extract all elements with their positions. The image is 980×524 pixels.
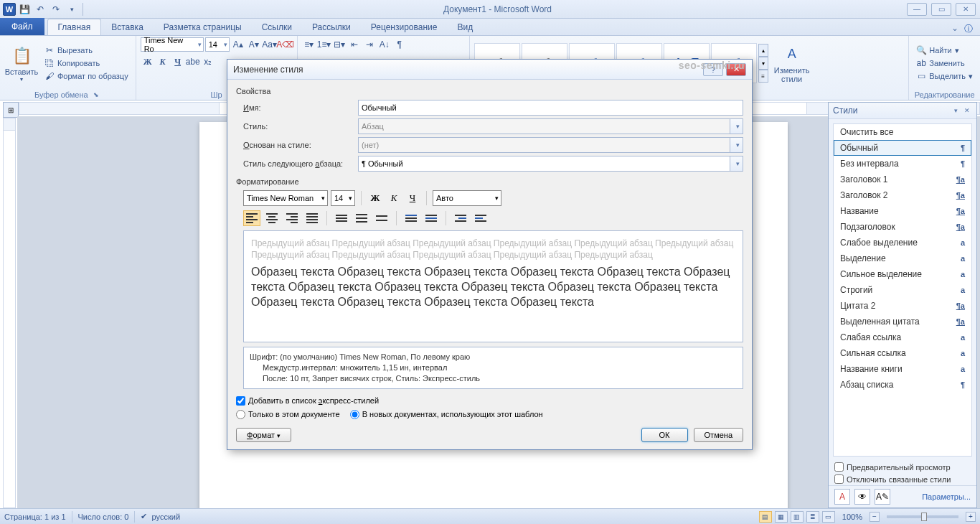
format-dropdown-button[interactable]: Формат bbox=[236, 428, 291, 442]
dlg-font-size[interactable]: 14 bbox=[331, 190, 355, 206]
style-item[interactable]: Без интервала¶ bbox=[834, 156, 971, 172]
template-radio-row[interactable]: В новых документах, использующих этот ша… bbox=[350, 410, 543, 419]
styles-list[interactable]: Очистить все Обычный¶Без интервала¶Загол… bbox=[833, 123, 972, 457]
bullets-icon[interactable]: ≡▾ bbox=[302, 37, 316, 52]
zoom-slider[interactable] bbox=[887, 515, 958, 518]
dlg-color-select[interactable]: Авто bbox=[433, 190, 501, 206]
word-count-status[interactable]: Число слов: 0 bbox=[78, 513, 129, 521]
style-item[interactable]: Обычный¶ bbox=[834, 140, 971, 156]
grow-font-icon[interactable]: A▴ bbox=[231, 37, 245, 52]
word-app-icon[interactable]: W bbox=[3, 3, 16, 16]
gallery-down-icon[interactable]: ▾ bbox=[758, 57, 768, 70]
style-item[interactable]: Выделенная цитата¶a bbox=[834, 314, 971, 329]
indent-inc-button[interactable] bbox=[472, 210, 489, 226]
tab-layout[interactable]: Разметка страницы bbox=[154, 19, 252, 35]
sort-icon[interactable]: A↓ bbox=[377, 37, 392, 52]
tab-home[interactable]: Главная bbox=[47, 19, 102, 35]
style-item[interactable]: Выделениеa bbox=[834, 251, 971, 266]
language-status[interactable]: русский bbox=[152, 513, 180, 521]
shrink-font-icon[interactable]: A▾ bbox=[247, 37, 261, 52]
style-item[interactable]: Заголовок 2¶a bbox=[834, 187, 971, 203]
ruler-toggle-icon[interactable]: ⊞ bbox=[3, 102, 19, 118]
style-item[interactable]: Сильное выделениеa bbox=[834, 266, 971, 282]
style-item[interactable]: Сильная ссылкаa bbox=[834, 345, 971, 361]
replace-button[interactable]: abЗаменить bbox=[913, 57, 976, 69]
dlg-bold-button[interactable]: Ж bbox=[367, 190, 383, 206]
linked-checkbox[interactable] bbox=[834, 474, 844, 484]
subscript-icon[interactable]: x₂ bbox=[201, 55, 215, 69]
redo-icon[interactable]: ↷ bbox=[49, 2, 63, 17]
spellcheck-icon[interactable]: ✔ bbox=[141, 512, 147, 521]
align-center-button[interactable] bbox=[263, 210, 281, 226]
pane-close-icon[interactable]: ✕ bbox=[962, 106, 972, 116]
style-item[interactable]: Название¶a bbox=[834, 203, 971, 219]
find-button[interactable]: 🔍Найти ▾ bbox=[913, 45, 976, 56]
select-button[interactable]: ▭Выделить ▾ bbox=[913, 70, 976, 82]
style-inspector-icon[interactable]: 👁 bbox=[854, 489, 870, 505]
basedon-select[interactable]: (нет) bbox=[358, 137, 743, 153]
tab-insert[interactable]: Вставка bbox=[101, 19, 154, 35]
underline-button[interactable]: Ч bbox=[171, 55, 185, 69]
add-quick-check-row[interactable]: Добавить в список экспресс-стилей bbox=[236, 396, 743, 406]
undo-icon[interactable]: ↶ bbox=[33, 2, 47, 17]
style-item[interactable]: Слабая ссылкаa bbox=[834, 329, 971, 345]
dlg-font-name[interactable]: Times New Roman bbox=[243, 190, 328, 206]
style-item[interactable]: Подзаголовок¶a bbox=[834, 219, 971, 235]
style-item[interactable]: Слабое выделениеa bbox=[834, 235, 971, 251]
add-quick-checkbox[interactable] bbox=[236, 396, 245, 406]
align-justify-button[interactable] bbox=[303, 210, 321, 226]
page-status[interactable]: Страница: 1 из 1 bbox=[4, 513, 66, 521]
indent-icon[interactable]: ⇥ bbox=[362, 37, 377, 52]
clear-format-icon[interactable]: A⌫ bbox=[278, 37, 293, 52]
cut-button[interactable]: ✂Вырезать bbox=[42, 45, 131, 56]
style-name-input[interactable] bbox=[358, 100, 743, 116]
showmarks-icon[interactable]: ¶ bbox=[392, 37, 407, 52]
zoom-thumb[interactable] bbox=[921, 513, 927, 521]
copy-button[interactable]: ⿻Копировать bbox=[42, 57, 131, 69]
style-clear-all[interactable]: Очистить все bbox=[834, 124, 971, 140]
gallery-up-icon[interactable]: ▴ bbox=[758, 44, 768, 57]
save-icon[interactable]: 💾 bbox=[17, 2, 32, 17]
style-item[interactable]: Название книгиa bbox=[834, 361, 971, 377]
minimize-button[interactable]: ― bbox=[907, 3, 927, 16]
format-painter-button[interactable]: 🖌Формат по образцу bbox=[42, 70, 131, 82]
style-item[interactable]: Цитата 2¶a bbox=[834, 298, 971, 314]
align-right-button[interactable] bbox=[283, 210, 301, 226]
align-left-button[interactable] bbox=[243, 210, 260, 226]
font-name-combo[interactable]: Times New Ro bbox=[141, 37, 204, 52]
restore-button[interactable]: ▭ bbox=[931, 3, 951, 16]
multilevel-icon[interactable]: ⊟▾ bbox=[332, 37, 347, 52]
bold-button[interactable]: Ж bbox=[141, 55, 155, 69]
pane-dropdown-icon[interactable]: ▾ bbox=[951, 106, 961, 116]
space-before-dec-button[interactable] bbox=[423, 210, 440, 226]
cancel-button[interactable]: Отмена bbox=[694, 428, 743, 442]
tab-file[interactable]: Файл bbox=[0, 18, 44, 35]
tab-view[interactable]: Вид bbox=[447, 19, 483, 35]
strike-icon[interactable]: abe bbox=[186, 55, 200, 69]
indent-dec-button[interactable] bbox=[452, 210, 469, 226]
spacing-15-button[interactable] bbox=[353, 210, 370, 226]
zoom-label[interactable]: 100% bbox=[842, 513, 862, 521]
style-item[interactable]: Строгийa bbox=[834, 282, 971, 298]
close-window-button[interactable]: ✕ bbox=[956, 3, 976, 16]
ribbon-minimize-icon[interactable]: ⌄ bbox=[951, 23, 958, 35]
qat-customize-icon[interactable]: ▾ bbox=[65, 2, 79, 17]
view-draft-icon[interactable]: ▭ bbox=[822, 511, 835, 523]
manage-styles-icon[interactable]: A✎ bbox=[875, 489, 890, 505]
preview-checkbox-row[interactable]: Предварительный просмотр bbox=[829, 461, 976, 473]
style-item[interactable]: Заголовок 1¶a bbox=[834, 172, 971, 187]
vertical-ruler[interactable] bbox=[3, 118, 16, 508]
styles-pane-title-bar[interactable]: Стили ▾ ✕ bbox=[829, 103, 976, 119]
space-before-inc-button[interactable] bbox=[402, 210, 420, 226]
tab-review[interactable]: Рецензирование bbox=[361, 19, 448, 35]
clipboard-launcher-icon[interactable]: ⬊ bbox=[91, 90, 101, 99]
change-case-icon[interactable]: Aa▾ bbox=[263, 37, 277, 52]
view-outline-icon[interactable]: ≣ bbox=[806, 511, 819, 523]
spacing-1-button[interactable] bbox=[333, 210, 350, 226]
template-radio[interactable] bbox=[350, 410, 359, 419]
tab-references[interactable]: Ссылки bbox=[252, 19, 302, 35]
dlg-italic-button[interactable]: К bbox=[386, 190, 402, 206]
numbering-icon[interactable]: 1≡▾ bbox=[317, 37, 331, 52]
zoom-out-button[interactable]: − bbox=[870, 512, 880, 522]
nextstyle-select[interactable]: ¶ Обычный bbox=[358, 156, 743, 172]
